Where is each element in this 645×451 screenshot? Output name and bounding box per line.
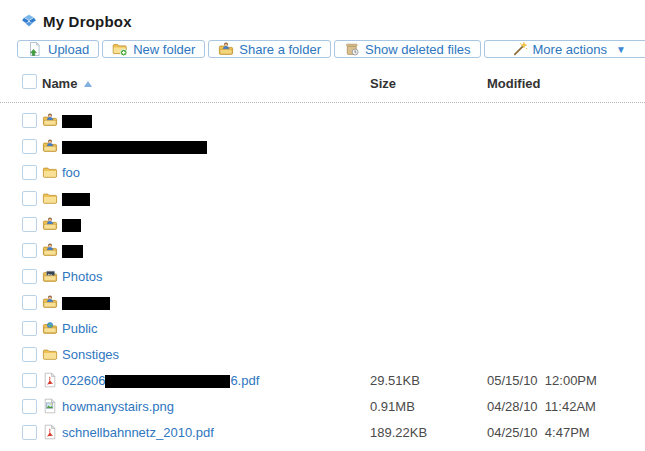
file-name-prefix: 022606	[62, 373, 105, 388]
name-cell: Photos	[62, 269, 370, 284]
checkbox-cell	[22, 139, 42, 154]
name-cell: foo	[62, 165, 370, 180]
toolbar-button-label: New folder	[133, 42, 195, 57]
row-checkbox[interactable]	[22, 113, 37, 128]
page-header: My Dropbox	[0, 0, 645, 31]
checkbox-cell	[22, 269, 42, 284]
wand-icon	[512, 41, 528, 57]
page-title: My Dropbox	[43, 13, 132, 30]
file-row: Photos	[0, 263, 645, 289]
file-name-link[interactable]: schnellbahnnetz_2010.pdf	[62, 425, 214, 440]
row-checkbox[interactable]	[22, 217, 37, 232]
row-checkbox[interactable]	[22, 295, 37, 310]
file-row: foo	[0, 159, 645, 185]
modified-cell: 04/28/10 11:42AM	[487, 399, 645, 414]
new-folder-icon	[112, 41, 128, 57]
file-row: howmanystairs.png0.91MB04/28/10 11:42AM	[0, 393, 645, 419]
file-row: Sonstiges	[0, 341, 645, 367]
file-row	[0, 185, 645, 211]
size-cell: 189.22KB	[370, 425, 487, 440]
name-cell: 0226066.pdf	[62, 373, 370, 388]
file-name-link[interactable]: foo	[62, 165, 80, 180]
row-checkbox[interactable]	[22, 243, 37, 258]
file-name-link[interactable]	[62, 243, 83, 258]
row-checkbox[interactable]	[22, 347, 37, 362]
row-checkbox[interactable]	[22, 165, 37, 180]
icon-cell	[42, 320, 62, 336]
toolbar-button-new-folder[interactable]: New folder	[102, 40, 205, 58]
pdf-file-icon	[42, 372, 58, 388]
row-checkbox[interactable]	[22, 321, 37, 336]
toolbar-button-share-a-folder[interactable]: Share a folder	[208, 40, 331, 58]
file-name-link[interactable]: Photos	[62, 269, 102, 284]
toolbar-button-more-actions[interactable]: More actions▼	[484, 40, 645, 58]
column-header-modified[interactable]: Modified	[487, 76, 645, 91]
toolbar-button-label: Show deleted files	[365, 42, 471, 57]
name-cell: schnellbahnnetz_2010.pdf	[62, 425, 370, 440]
row-checkbox[interactable]	[22, 373, 37, 388]
file-name-link[interactable]	[62, 139, 207, 154]
file-row	[0, 107, 645, 133]
row-checkbox[interactable]	[22, 399, 37, 414]
name-cell	[62, 243, 370, 258]
checkbox-cell	[22, 191, 42, 206]
file-name-suffix: 6.pdf	[230, 373, 259, 388]
size-cell: 0.91MB	[370, 399, 487, 414]
toolbar-button-show-deleted-files[interactable]: Show deleted files	[334, 40, 481, 58]
sort-ascending-icon	[84, 81, 92, 87]
icon-cell	[42, 294, 62, 310]
file-name-link[interactable]	[62, 295, 110, 310]
name-cell: howmanystairs.png	[62, 399, 370, 414]
dropbox-file-browser: My Dropbox UploadNew folderShare a folde…	[0, 0, 645, 451]
redaction-bar	[62, 115, 92, 128]
select-all-cell	[22, 74, 42, 93]
column-header-name[interactable]: Name	[42, 76, 370, 91]
icon-cell	[42, 112, 62, 128]
toolbar-button-upload[interactable]: Upload	[17, 40, 99, 58]
name-cell: Public	[62, 321, 370, 336]
row-checkbox[interactable]	[22, 269, 37, 284]
icon-cell	[42, 164, 62, 180]
checkbox-cell	[22, 217, 42, 232]
checkbox-cell	[22, 321, 42, 336]
table-header: Name Size Modified	[0, 74, 645, 103]
row-checkbox[interactable]	[22, 139, 37, 154]
checkbox-cell	[22, 425, 42, 440]
icon-cell	[42, 138, 62, 154]
row-checkbox[interactable]	[22, 425, 37, 440]
dropbox-logo-icon	[21, 13, 37, 29]
share-folder-icon	[218, 41, 234, 57]
column-header-name-label: Name	[42, 76, 77, 91]
toolbar: UploadNew folderShare a folderShow delet…	[17, 40, 645, 58]
image-file-icon	[42, 398, 58, 414]
name-cell	[62, 295, 370, 310]
icon-cell	[42, 398, 62, 414]
row-checkbox[interactable]	[22, 191, 37, 206]
icon-cell	[42, 242, 62, 258]
file-list: fooPhotosPublicSonstiges0226066.pdf29.51…	[0, 107, 645, 445]
redaction-bar	[62, 297, 110, 310]
shared-folder-icon	[42, 112, 58, 128]
file-name-link[interactable]: Public	[62, 321, 97, 336]
file-name-link[interactable]: 0226066.pdf	[62, 373, 259, 388]
pdf-file-icon	[42, 424, 58, 440]
shared-folder-icon	[42, 242, 58, 258]
file-name-link[interactable]: howmanystairs.png	[62, 399, 174, 414]
caret-down-icon: ▼	[616, 44, 626, 55]
modified-cell: 04/25/10 4:47PM	[487, 425, 645, 440]
file-name-link[interactable]	[62, 113, 92, 128]
checkbox-cell	[22, 243, 42, 258]
name-cell	[62, 139, 370, 154]
file-name-link[interactable]	[62, 191, 90, 206]
file-name-link[interactable]: Sonstiges	[62, 347, 119, 362]
icon-cell	[42, 372, 62, 388]
icon-cell	[42, 268, 62, 284]
checkbox-cell	[22, 165, 42, 180]
name-cell: Sonstiges	[62, 347, 370, 362]
checkbox-cell	[22, 347, 42, 362]
redaction-bar	[62, 219, 81, 232]
select-all-checkbox[interactable]	[22, 74, 37, 89]
file-name-link[interactable]	[62, 217, 81, 232]
file-row	[0, 211, 645, 237]
column-header-size[interactable]: Size	[370, 76, 487, 91]
